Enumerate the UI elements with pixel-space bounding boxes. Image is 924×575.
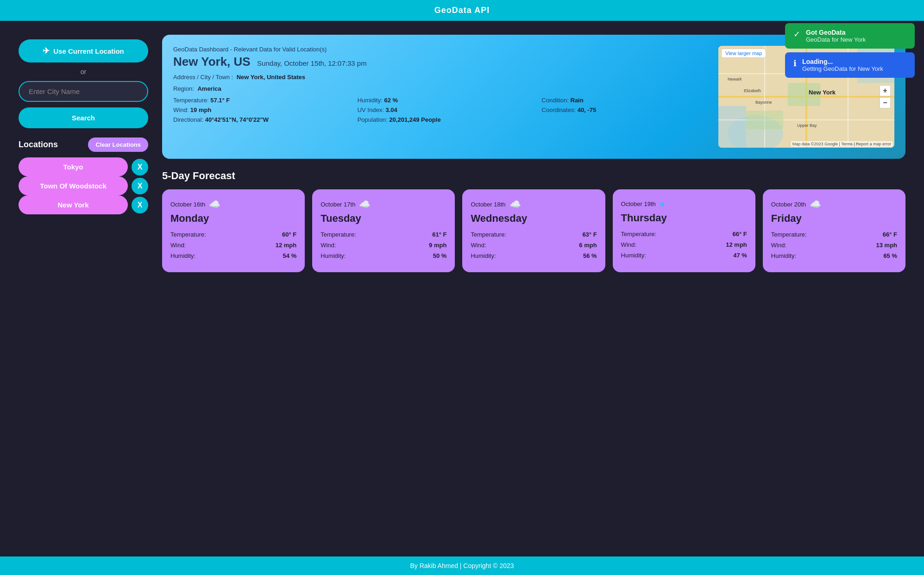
forecast-temp-4: Temperature: 66° F <box>771 231 897 238</box>
locations-title: Locations <box>19 140 58 150</box>
location-arrow-icon: ✈ <box>43 46 50 56</box>
city-input[interactable] <box>19 81 148 102</box>
map-zoom-controls: + − <box>880 85 891 108</box>
svg-text:New York: New York <box>809 89 836 96</box>
forecast-temp-2: Temperature: 63° F <box>471 231 597 238</box>
forecast-icon-2: ☁️ <box>509 199 521 210</box>
dashboard-subtitle: GeoData Dashboard - Relevant Data for Va… <box>173 46 718 53</box>
use-current-location-button[interactable]: ✈ Use Current Location <box>19 39 148 62</box>
forecast-day-2: Wednesday <box>471 212 597 225</box>
forecast-card-1: October 17th ☁️ Tuesday Temperature: 61°… <box>312 189 455 272</box>
location-item-woodstock: Town Of Woodstock X <box>19 176 148 195</box>
svg-text:Bayonne: Bayonne <box>755 100 772 105</box>
forecast-humidity-4: Humidity: 65 % <box>771 252 897 259</box>
toast-body-1: Getting GeoData for New York <box>802 65 883 72</box>
forecast-temp-1: Temperature: 61° F <box>321 231 446 238</box>
forecast-icon-1: ☁️ <box>359 199 371 210</box>
locations-header: Locations Clear Locations <box>19 138 148 152</box>
toast-icon-1: ℹ <box>793 58 797 69</box>
population-stat: Population: 20,201,249 People <box>358 116 718 123</box>
forecast-humidity-2: Humidity: 56 % <box>471 252 597 259</box>
forecast-day-1: Tuesday <box>321 212 446 225</box>
svg-text:Upper Bay: Upper Bay <box>797 123 817 128</box>
map-view-larger-link[interactable]: View larger map <box>721 49 766 58</box>
toast-0: ✓ Got GeoData GeoData for New York <box>785 23 915 49</box>
sidebar: ✈ Use Current Location or Search Locatio… <box>19 35 148 543</box>
svg-text:Elizabeth: Elizabeth <box>744 88 761 93</box>
forecast-humidity-3: Humidity: 47 % <box>621 252 747 259</box>
forecast-icon-3: ● <box>660 199 665 209</box>
condition-stat: Condition: Rain <box>541 97 718 104</box>
toast-title-1: Loading... <box>802 58 883 65</box>
wind-stat: Wind: 19 mph <box>173 106 350 113</box>
forecast-temp-0: Temperature: 60° F <box>170 231 296 238</box>
weather-region-row: Region: America <box>173 85 718 92</box>
footer-text: By Rakib Ahmed | Copyright © 2023 <box>410 562 514 569</box>
uv-stat: UV Index: 3.04 <box>358 106 534 113</box>
location-item-newyork: New York X <box>19 195 148 214</box>
dashboard: GeoData Dashboard - Relevant Data for Va… <box>162 35 905 543</box>
remove-location-newyork-button[interactable]: X <box>132 197 148 213</box>
forecast-card-3: October 19th ● Thursday Temperature: 66°… <box>613 189 755 272</box>
forecast-humidity-1: Humidity: 50 % <box>321 252 446 259</box>
forecast-wind-4: Wind: 13 mph <box>771 242 897 249</box>
forecast-date-0: October 16th ☁️ <box>170 199 296 210</box>
clear-locations-button[interactable]: Clear Locations <box>88 138 148 152</box>
search-button[interactable]: Search <box>19 107 148 128</box>
toast-container: ✓ Got GeoData GeoData for New York ℹ Loa… <box>785 23 915 78</box>
directional-stat: Directional: 40°42'51"N, 74°0'22"W <box>173 116 350 123</box>
weather-date: Sunday, October 15th, 12:07:33 pm <box>257 59 367 67</box>
forecast-cards: October 16th ☁️ Monday Temperature: 60° … <box>162 189 905 272</box>
weather-stats-grid: Temperature: 57.1° F Humidity: 62 % Cond… <box>173 97 718 123</box>
humidity-stat: Humidity: 62 % <box>358 97 534 104</box>
coordinates-stat: Coordinates: 40, -75 <box>541 106 718 113</box>
map-attribution: Map data ©2023 Google | Terms | Report a… <box>791 141 893 147</box>
forecast-icon-4: ☁️ <box>810 199 821 210</box>
toast-1: ℹ Loading... Getting GeoData for New Yor… <box>785 52 915 78</box>
location-item-tokyo: Tokyo X <box>19 157 148 176</box>
forecast-day-4: Friday <box>771 212 897 225</box>
app-header: GeoData API <box>0 0 924 21</box>
locations-list: Tokyo X Town Of Woodstock X New York X <box>19 157 148 214</box>
forecast-card-4: October 20th ☁️ Friday Temperature: 66° … <box>763 189 905 272</box>
or-divider: or <box>19 68 148 75</box>
forecast-date-4: October 20th ☁️ <box>771 199 897 210</box>
weather-city: New York, US <box>173 55 251 69</box>
app-footer: By Rakib Ahmed | Copyright © 2023 <box>0 556 924 575</box>
header-title: GeoData API <box>434 6 490 15</box>
forecast-section: 5-Day Forecast October 16th ☁️ Monday Te… <box>162 170 905 272</box>
location-name-tokyo[interactable]: Tokyo <box>19 157 128 176</box>
toast-body-0: GeoData for New York <box>806 36 866 43</box>
forecast-wind-2: Wind: 6 mph <box>471 242 597 249</box>
forecast-date-3: October 19th ● <box>621 199 747 209</box>
remove-location-woodstock-button[interactable]: X <box>132 178 148 194</box>
map-zoom-in-button[interactable]: + <box>880 85 891 96</box>
weather-address-row: Address / City / Town : New York, United… <box>173 74 718 81</box>
forecast-day-3: Thursday <box>621 212 747 224</box>
forecast-card-2: October 18th ☁️ Wednesday Temperature: 6… <box>462 189 605 272</box>
forecast-date-2: October 18th ☁️ <box>471 199 597 210</box>
location-name-newyork[interactable]: New York <box>19 195 128 214</box>
forecast-temp-3: Temperature: 66° F <box>621 231 747 238</box>
location-name-woodstock[interactable]: Town Of Woodstock <box>19 176 128 195</box>
forecast-card-0: October 16th ☁️ Monday Temperature: 60° … <box>162 189 305 272</box>
use-current-location-label: Use Current Location <box>53 47 124 55</box>
forecast-wind-0: Wind: 12 mph <box>170 242 296 249</box>
forecast-date-1: October 17th ☁️ <box>321 199 446 210</box>
main-content: ✈ Use Current Location or Search Locatio… <box>0 21 924 556</box>
forecast-wind-3: Wind: 12 mph <box>621 241 747 248</box>
svg-text:Newark: Newark <box>728 77 742 81</box>
forecast-title: 5-Day Forecast <box>162 170 905 182</box>
weather-info: GeoData Dashboard - Relevant Data for Va… <box>173 46 718 148</box>
temperature-stat: Temperature: 57.1° F <box>173 97 350 104</box>
forecast-wind-1: Wind: 9 mph <box>321 242 446 249</box>
map-zoom-out-button[interactable]: − <box>880 97 891 108</box>
toast-title-0: Got GeoData <box>806 29 866 36</box>
svg-rect-11 <box>746 111 783 129</box>
forecast-day-0: Monday <box>170 212 296 225</box>
weather-address-value: New York, United States <box>237 74 305 81</box>
weather-region-value: America <box>197 85 221 92</box>
toast-icon-0: ✓ <box>793 29 800 39</box>
remove-location-tokyo-button[interactable]: X <box>132 159 148 175</box>
forecast-humidity-0: Humidity: 54 % <box>170 252 296 259</box>
